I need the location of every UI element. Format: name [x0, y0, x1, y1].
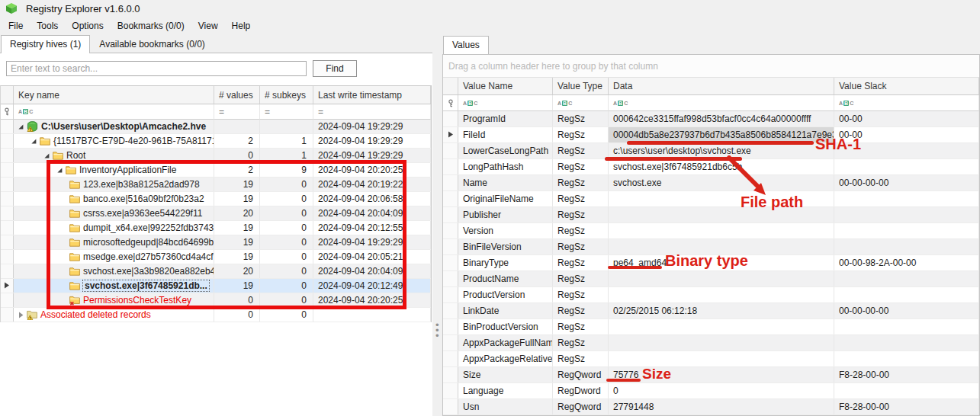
value-row[interactable]: AppxPackageFullNameRegSz	[443, 335, 979, 351]
values-column-slack[interactable]: Value Slack	[834, 78, 979, 95]
value-row-indicator	[443, 399, 458, 414]
value-cell-slack	[834, 319, 979, 334]
value-row[interactable]: SizeRegQword75776F8-28-00-00	[443, 367, 979, 383]
values-column-type[interactable]: Value Type	[553, 78, 609, 95]
tree-filter-timestamp[interactable]: =	[313, 104, 431, 120]
tree-expander-open-icon[interactable]	[31, 138, 40, 145]
tree-row[interactable]: banco.exe|516a09bf2f0b23a21902024-09-04 …	[1, 192, 431, 206]
tree-row[interactable]: svchost.exe|3a3b9820ea882eb42002024-09-0…	[1, 264, 431, 279]
tree-cell-subkeys: 0	[260, 206, 313, 220]
menu-item-file[interactable]: File	[2, 18, 30, 34]
value-row[interactable]: LinkDateRegSz02/25/2015 06:12:1800-00-00…	[443, 303, 979, 319]
tree-row[interactable]: {11517B7C-E79D-4e20-961B-75A811715...212…	[1, 134, 431, 149]
menu-item-help[interactable]: Help	[225, 18, 258, 34]
value-row[interactable]: OriginalFileNameRegSz	[443, 191, 979, 207]
value-row[interactable]: FileIdRegSz00004db5a8e237937b6d7b435a850…	[443, 127, 979, 143]
values-filter-name[interactable]: ABC	[458, 95, 553, 111]
tree-cell-keyname: Root	[14, 149, 214, 162]
value-row[interactable]: VersionRegSz	[443, 223, 979, 239]
tree-row[interactable]: msedge.exe|d27b57360cd4a4cf1902024-09-04…	[1, 250, 431, 264]
tree-column-timestamp[interactable]: Last write timestamp	[313, 86, 431, 104]
tab-values[interactable]: Values	[443, 36, 489, 54]
value-cell-slack	[834, 287, 979, 302]
tree-row[interactable]: dumpit_x64.exe|992252fdb3743...1902024-0…	[1, 221, 431, 235]
tree-column-subkeys[interactable]: # subkeys	[260, 86, 313, 104]
tree-filter-subkeys[interactable]: =	[260, 104, 313, 120]
tab-available-bookmarks[interactable]: Available bookmarks (0/0)	[90, 35, 214, 53]
value-row[interactable]: ProgramIdRegSz000642ce3315ffaf998d53bfac…	[443, 111, 979, 127]
tree-header-row: Key name # values # subkeys Last write t…	[1, 86, 431, 104]
tree-row-indicator	[1, 293, 14, 307]
values-header-indicator	[443, 78, 458, 95]
tree-row[interactable]: C:\Users\user\Desktop\Amcache2.hve2024-0…	[1, 120, 431, 134]
value-cell-type: RegSz	[553, 335, 609, 350]
tree-row[interactable]: Root012024-09-04 19:29:29	[1, 149, 431, 163]
tree-row-indicator	[1, 120, 14, 133]
value-cell-slack	[834, 351, 979, 366]
value-row[interactable]: NameRegSzsvchost.exe00-00-00-00	[443, 175, 979, 191]
panel-splitter[interactable]: •••	[432, 34, 442, 416]
tree-column-key-name[interactable]: Key name	[14, 86, 214, 104]
tree-row[interactable]: svchost.exe|3f67485921db...1902024-09-04…	[1, 279, 431, 293]
value-cell-type: RegSz	[553, 239, 609, 254]
tree-cell-keyname: msedge.exe|d27b57360cd4a4cf	[14, 250, 214, 264]
values-column-data[interactable]: Data	[609, 78, 834, 95]
menu-item-view[interactable]: View	[191, 18, 225, 34]
value-cell-data: 75776	[609, 367, 834, 382]
value-row[interactable]: AppxPackageRelativeIdRegSz	[443, 351, 979, 367]
value-row-indicator	[443, 175, 458, 190]
menu-item-tools[interactable]: Tools	[30, 18, 65, 34]
tree-expander-open-icon[interactable]	[18, 123, 27, 130]
tree-row[interactable]: microsoftedgeupd|84bcd64699b1...1902024-…	[1, 235, 431, 250]
value-row[interactable]: ProductVersionRegSz	[443, 287, 979, 303]
tree-expander-open-icon[interactable]	[56, 167, 66, 174]
tree-filter-keyname[interactable]: ABC	[14, 104, 214, 120]
values-filter-data[interactable]: ABC	[609, 95, 834, 111]
value-row[interactable]: PublisherRegSz	[443, 207, 979, 223]
tree-row[interactable]: InventoryApplicationFile292024-09-04 20:…	[1, 163, 431, 178]
value-row[interactable]: BinaryTypeRegSzpe64_amd6400-00-98-2A-00-…	[443, 255, 979, 271]
tree-cell-timestamp: 2024-09-04 19:29:29	[313, 149, 431, 162]
tree-cell-values: 19	[214, 235, 260, 249]
value-row-indicator	[443, 111, 458, 126]
search-input[interactable]	[6, 61, 307, 76]
value-row[interactable]: UsnRegQword27791448F8-28-00-00	[443, 399, 979, 415]
tab-registry-hives[interactable]: Registry hives (1)	[1, 35, 90, 53]
values-filter-slack[interactable]: ABC	[834, 95, 979, 111]
tree-filter-values[interactable]: =	[214, 104, 260, 120]
find-button[interactable]: Find	[313, 60, 357, 77]
tree-row[interactable]: 123.exe|b38a8125a2dad9781902024-09-04 20…	[1, 178, 431, 192]
value-row[interactable]: ProductNameRegSz	[443, 271, 979, 287]
tree-cell-timestamp: 2024-09-04 20:06:58	[313, 192, 431, 206]
values-column-name[interactable]: Value Name	[458, 78, 553, 95]
value-cell-data	[609, 207, 834, 222]
group-by-bar[interactable]: Drag a column header here to group by th…	[443, 55, 979, 78]
tree-expander-open-icon[interactable]	[43, 152, 53, 159]
tree-cell-keyname: InventoryApplicationFile	[14, 163, 214, 177]
value-row[interactable]: LowerCaseLongPathRegSzc:\users\user\desk…	[443, 143, 979, 159]
tree-cell-keyname: {11517B7C-E79D-4e20-961B-75A811715...	[14, 134, 214, 148]
tree-expander-closed-icon[interactable]	[18, 312, 27, 318]
menu-item-options[interactable]: Options	[65, 18, 110, 34]
value-row-indicator	[443, 143, 458, 158]
tree-row[interactable]: PermissionsCheckTestKey002024-09-04 20:2…	[1, 293, 431, 308]
value-row[interactable]: LanguageRegDword0	[443, 383, 979, 399]
splitter-grip-icon: •••	[435, 322, 439, 338]
tree-key-label: Root	[66, 150, 85, 161]
tree-column-values[interactable]: # values	[214, 86, 260, 104]
tree-row[interactable]: csrss.exe|a9363ee544229f112002024-09-04 …	[1, 206, 431, 221]
tree-cell-subkeys: 0	[260, 293, 313, 307]
tree-key-label: banco.exe|516a09bf2f0b23a2	[83, 194, 204, 204]
menu-item-bookmarks[interactable]: Bookmarks (0/0)	[111, 18, 191, 34]
folder-icon	[69, 209, 80, 218]
tree-key-label: C:\Users\user\Desktop\Amcache2.hve	[41, 121, 206, 132]
tree-cell-subkeys: 1	[260, 134, 313, 148]
value-row[interactable]: LongPathHashRegSzsvchost.exe|3f67485921d…	[443, 159, 979, 175]
value-row[interactable]: BinProductVersionRegSz	[443, 319, 979, 335]
value-cell-data: pe64_amd64	[609, 255, 834, 270]
tree-row[interactable]: Associated deleted records00	[1, 308, 431, 322]
values-filter-type[interactable]: ABC	[553, 95, 609, 111]
tree-cell-timestamp: 2024-09-04 19:29:29	[313, 235, 431, 249]
value-cell-name: LongPathHash	[458, 159, 553, 174]
value-row[interactable]: BinFileVersionRegSz	[443, 239, 979, 255]
